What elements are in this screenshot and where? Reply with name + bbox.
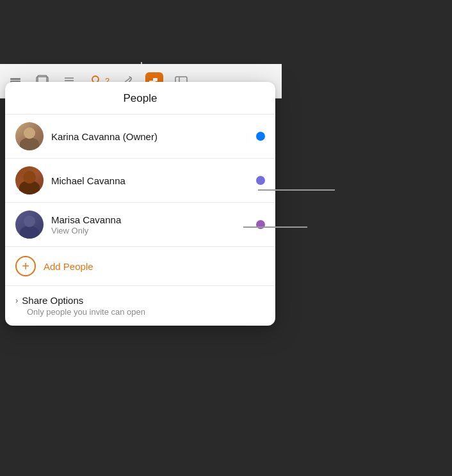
people-popup: People Karina Cavanna (Owner) Michael Ca… (5, 82, 275, 326)
person-row[interactable]: Marisa Cavanna View Only (5, 203, 275, 247)
share-options-label: Share Options (22, 295, 83, 306)
person-name-karina: Karina Cavanna (Owner) (51, 131, 248, 142)
chevron-right-icon: › (15, 296, 18, 305)
avatar-michael (15, 166, 44, 194)
annotation-line-2 (243, 226, 307, 228)
share-options-subtitle: Only people you invite can open (15, 307, 265, 317)
person-name-marisa: Marisa Cavanna (51, 214, 248, 225)
person-dot-michael (256, 176, 265, 185)
person-info-karina: Karina Cavanna (Owner) (51, 131, 248, 142)
svg-rect-10 (153, 78, 157, 81)
annotation-line-1 (258, 189, 335, 191)
add-people-row[interactable]: + Add People (5, 247, 275, 286)
add-circle-icon: + (15, 256, 36, 276)
person-info-michael: Michael Cavanna (51, 175, 248, 186)
popup-title: People (5, 82, 275, 115)
people-list: Karina Cavanna (Owner) Michael Cavanna M… (5, 115, 275, 247)
avatar-karina (15, 122, 44, 150)
share-options-title: › Share Options (15, 295, 265, 306)
person-role-marisa: View Only (51, 226, 248, 235)
person-row[interactable]: Karina Cavanna (Owner) (5, 115, 275, 159)
svg-rect-0 (10, 78, 20, 80)
avatar-marisa (15, 210, 44, 239)
share-options-row[interactable]: › Share Options Only people you invite c… (5, 286, 275, 326)
person-dot-karina (256, 132, 265, 141)
person-name-michael: Michael Cavanna (51, 175, 248, 186)
add-people-label: Add People (44, 261, 93, 272)
svg-point-8 (92, 76, 99, 83)
person-info-marisa: Marisa Cavanna View Only (51, 214, 248, 235)
person-row[interactable]: Michael Cavanna (5, 159, 275, 203)
